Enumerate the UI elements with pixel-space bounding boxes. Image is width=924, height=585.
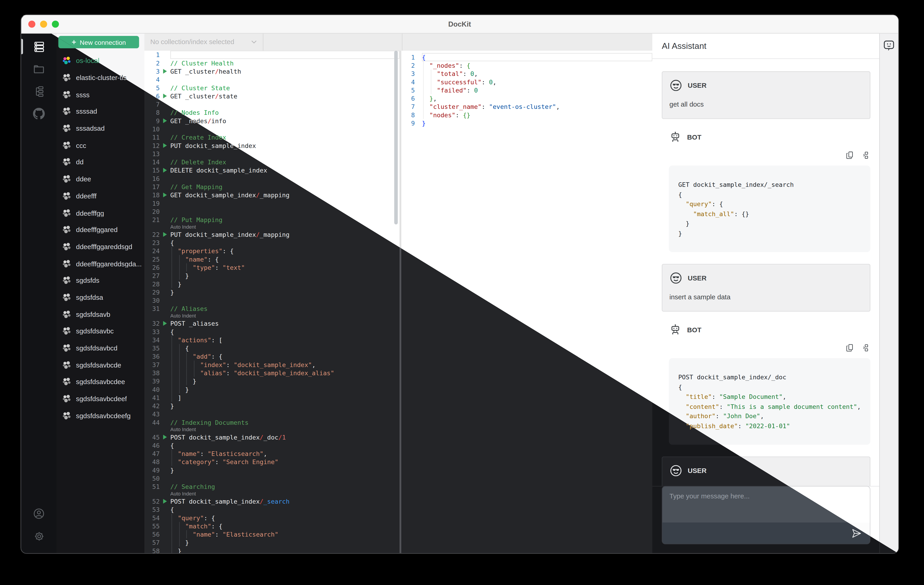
rail-item-indices[interactable] — [21, 80, 57, 102]
rail-item-files[interactable] — [21, 58, 57, 80]
editor-line[interactable]: 17// Get Mapping — [144, 183, 399, 191]
rail-item-settings[interactable] — [21, 525, 57, 547]
editor-line[interactable]: 58 } — [144, 547, 399, 553]
chat-message-input[interactable] — [662, 486, 870, 522]
editor-line[interactable]: 53{ — [144, 506, 399, 514]
result-line[interactable]: 5 "failed": 0 — [401, 86, 652, 94]
connection-item[interactable]: sssadsad — [57, 120, 144, 137]
connection-item[interactable]: sgdsfdsavb — [57, 306, 144, 323]
editor-line[interactable]: 24 "properties": { — [144, 247, 399, 255]
connection-item[interactable]: sgdsfdsavbc — [57, 323, 144, 339]
editor-line[interactable]: 48 "category": "Search Engine" — [144, 458, 399, 466]
editor-line[interactable]: 49} — [144, 466, 399, 474]
editor-line[interactable]: 35 { — [144, 344, 399, 352]
insert-to-editor-button[interactable] — [860, 151, 869, 160]
editor-line[interactable]: 2// Cluster Health — [144, 59, 399, 67]
editor-line[interactable]: 12PUT dockit_sample_index — [144, 142, 399, 150]
rail-item-connections[interactable] — [21, 35, 57, 58]
rail-item-github[interactable] — [21, 102, 57, 125]
run-query-button[interactable] — [160, 166, 170, 174]
copy-response-button[interactable] — [846, 343, 855, 352]
editor-line[interactable]: 29} — [144, 288, 399, 296]
collection-index-dropdown[interactable]: No collection/index selected — [144, 33, 264, 51]
request-editor[interactable]: 12// Cluster Health3GET _cluster/health4… — [144, 51, 401, 553]
connection-item[interactable]: sgdsfdsavbcd — [57, 340, 144, 357]
editor-line[interactable]: 37 "index": "dockit_sample_index", — [144, 361, 399, 369]
editor-line[interactable]: 1 — [144, 51, 399, 59]
editor-line[interactable]: 16 — [144, 174, 399, 183]
connection-item[interactable]: sgdsfdsavbcdeef — [57, 391, 144, 407]
editor-line[interactable]: 20 — [144, 207, 399, 216]
connection-item[interactable]: sgdsfds — [57, 272, 144, 289]
editor-line[interactable]: 38 "alias": "dockit_sample_index_alias" — [144, 369, 399, 377]
response-viewer[interactable]: 1{2 "_nodes": {3 "total": 0,4 "successfu… — [401, 51, 652, 553]
connection-item[interactable]: ddee — [57, 171, 144, 188]
connection-item[interactable]: os-local — [57, 53, 144, 69]
editor-line[interactable]: 28 } — [144, 280, 399, 288]
run-query-button[interactable] — [160, 191, 170, 199]
editor-line[interactable]: 34 "actions": [ — [144, 336, 399, 344]
result-line[interactable]: 8 "nodes": {} — [401, 111, 652, 119]
connection-item[interactable]: sgdsfdsavbcde — [57, 357, 144, 373]
editor-line[interactable]: 55 "match": { — [144, 522, 399, 530]
insert-to-editor-button[interactable] — [860, 343, 869, 352]
editor-line[interactable]: 42} — [144, 402, 399, 410]
editor-line[interactable]: 33{ — [144, 328, 399, 336]
editor-line[interactable]: 47 "name": "Elasticsearch", — [144, 450, 399, 458]
connection-item[interactable]: elastic-cluster-tls — [57, 69, 144, 86]
editor-line[interactable]: 5// Cluster State — [144, 84, 399, 92]
editor-line[interactable]: 44// Indexing Documents — [144, 418, 399, 426]
codelens-auto-indent[interactable]: Auto Indent — [144, 426, 399, 433]
editor-line[interactable]: 39 } — [144, 377, 399, 385]
editor-line[interactable]: 52POST dockit_sample_index/_search — [144, 497, 399, 506]
connection-item[interactable]: ddeefff — [57, 188, 144, 204]
result-line[interactable]: 4 "successful": 0, — [401, 78, 652, 86]
connection-item[interactable]: ddeefffggareddsgda... — [57, 255, 144, 272]
result-line[interactable]: 6 }, — [401, 94, 652, 102]
result-line[interactable]: 2 "_nodes": { — [401, 61, 652, 69]
editor-line[interactable]: 11// Create Index — [144, 133, 399, 142]
editor-line[interactable]: 18GET dockit_sample_index/_mapping — [144, 191, 399, 199]
editor-line[interactable]: 31// Aliases — [144, 305, 399, 313]
result-line[interactable]: 9} — [401, 119, 652, 127]
connection-item[interactable]: sgdsfdsavbcdeefg — [57, 407, 144, 424]
connection-item[interactable]: ssssad — [57, 103, 144, 120]
editor-line[interactable]: 3GET _cluster/health — [144, 67, 399, 75]
run-query-button[interactable] — [160, 433, 170, 441]
editor-line[interactable]: 27 } — [144, 272, 399, 280]
codelens-auto-indent[interactable]: Auto Indent — [144, 224, 399, 231]
editor-line[interactable]: 36 "add": { — [144, 352, 399, 361]
run-query-button[interactable] — [160, 92, 170, 100]
editor-scrollbar-thumb[interactable] — [394, 51, 398, 224]
new-connection-button[interactable]: New connection — [58, 36, 139, 48]
editor-line[interactable]: 21// Put Mapping — [144, 216, 399, 224]
connection-item[interactable]: ccc — [57, 137, 144, 154]
run-query-button[interactable] — [160, 117, 170, 125]
editor-line[interactable]: 10 — [144, 125, 399, 133]
connection-item[interactable]: sgdsfdsa — [57, 289, 144, 306]
copy-response-button[interactable] — [846, 151, 855, 160]
connection-item[interactable]: ddeefffggared — [57, 221, 144, 238]
editor-line[interactable]: 57 } — [144, 539, 399, 547]
run-query-button[interactable] — [160, 230, 170, 238]
editor-line[interactable]: 23{ — [144, 239, 399, 247]
editor-line[interactable]: 19 — [144, 199, 399, 207]
editor-line[interactable]: 7 — [144, 100, 399, 109]
codelens-auto-indent[interactable]: Auto Indent — [144, 313, 399, 319]
editor-line[interactable]: 45POST dockit_sample_index/_doc/1 — [144, 433, 399, 441]
run-query-button[interactable] — [160, 497, 170, 506]
editor-line[interactable]: 15DELETE dockit_sample_index — [144, 166, 399, 174]
connection-item[interactable]: dd — [57, 154, 144, 171]
editor-line[interactable]: 32POST _aliases — [144, 319, 399, 328]
editor-line[interactable]: 54 "query": { — [144, 514, 399, 522]
editor-line[interactable]: 13 — [144, 150, 399, 158]
connection-item[interactable]: ssss — [57, 86, 144, 103]
run-query-button[interactable] — [160, 319, 170, 328]
editor-line[interactable]: 51// Searching — [144, 483, 399, 491]
codelens-auto-indent[interactable]: Auto Indent — [144, 491, 399, 497]
editor-line[interactable]: 46{ — [144, 441, 399, 449]
editor-line[interactable]: 14// Delete Index — [144, 158, 399, 166]
editor-line[interactable]: 25 "name": { — [144, 255, 399, 263]
editor-line[interactable]: 8// Nodes Info — [144, 109, 399, 117]
editor-line[interactable]: 6GET _cluster/state — [144, 92, 399, 100]
